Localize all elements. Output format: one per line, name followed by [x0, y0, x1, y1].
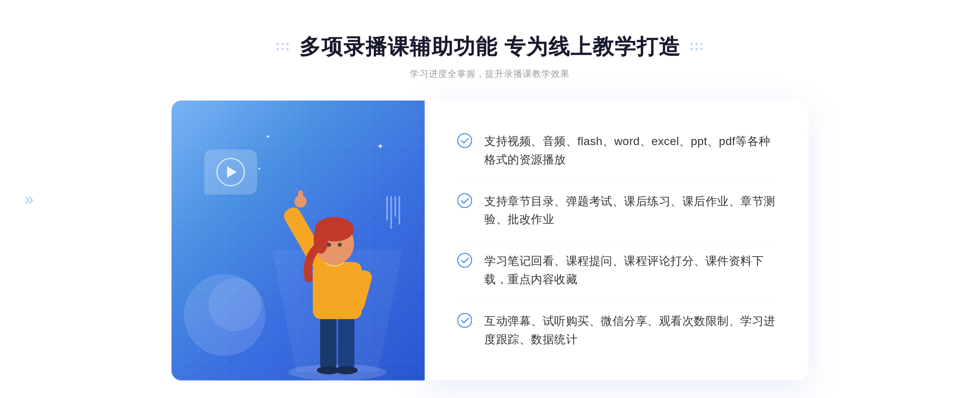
content-panel: 支持视频、音频、flash、word、excel、ppt、pdf等各种格式的资源…: [425, 101, 808, 380]
svg-rect-16: [298, 190, 303, 205]
deco-circle-small: [208, 278, 261, 331]
page-title: 多项录播课辅助功能 专为线上教学打造: [299, 33, 681, 61]
svg-point-14: [338, 243, 342, 247]
sparkle-icon-1: ✦: [377, 141, 384, 151]
left-chevron-icon: »: [24, 190, 33, 208]
feature-text-4: 互动弹幕、试听购买、微信分享、观看次数限制、学习进度跟踪、数据统计: [484, 312, 776, 349]
content-section: ✦ ✦ ✦: [172, 101, 808, 380]
deco-dots-right: [690, 43, 704, 51]
page-subtitle: 学习进度全掌握，提升录播课教学效果: [410, 68, 570, 80]
play-bubble: [204, 150, 257, 195]
svg-rect-2: [320, 315, 336, 368]
check-icon-1: [457, 133, 472, 148]
svg-point-19: [458, 253, 472, 267]
illustration-panel: ✦ ✦ ✦: [172, 101, 425, 380]
check-icon-3: [457, 253, 472, 268]
svg-rect-3: [338, 315, 354, 368]
svg-point-13: [327, 243, 331, 247]
feature-text-3: 学习笔记回看、课程提问、课程评论打分、课件资料下载，重点内容收藏: [484, 252, 776, 289]
svg-point-20: [458, 313, 472, 327]
feature-item-1: 支持视频、音频、flash、word、excel、ppt、pdf等各种格式的资源…: [457, 121, 776, 181]
header-section: 多项录播课辅助功能 专为线上教学打造 学习进度全掌握，提升录播课教学效果: [276, 33, 704, 80]
svg-point-18: [458, 194, 472, 208]
sparkle-icon-2: ✦: [265, 133, 270, 140]
play-icon: [227, 166, 237, 178]
check-icon-2: [457, 193, 472, 208]
feature-item-3: 学习笔记回看、课程提问、课程评论打分、课件资料下载，重点内容收藏: [457, 241, 776, 301]
figure-illustration: [272, 168, 403, 380]
feature-text-2: 支持章节目录、弹题考试、课后练习、课后作业、章节测验、批改作业: [484, 192, 776, 229]
deco-dots-left: [276, 43, 290, 51]
play-icon-circle: [216, 158, 245, 186]
sparkle-icon-3: ✦: [257, 166, 261, 172]
svg-point-5: [335, 366, 358, 374]
title-row: 多项录播课辅助功能 专为线上教学打造: [276, 33, 704, 61]
svg-point-17: [458, 134, 472, 148]
feature-text-1: 支持视频、音频、flash、word、excel、ppt、pdf等各种格式的资源…: [484, 132, 776, 169]
check-icon-4: [457, 313, 472, 328]
feature-item-4: 互动弹幕、试听购买、微信分享、观看次数限制、学习进度跟踪、数据统计: [457, 301, 776, 360]
feature-item-2: 支持章节目录、弹题考试、课后练习、课后作业、章节测验、批改作业: [457, 181, 776, 241]
page-container: 多项录播课辅助功能 专为线上教学打造 学习进度全掌握，提升录播课教学效果 ✦: [0, 16, 980, 398]
